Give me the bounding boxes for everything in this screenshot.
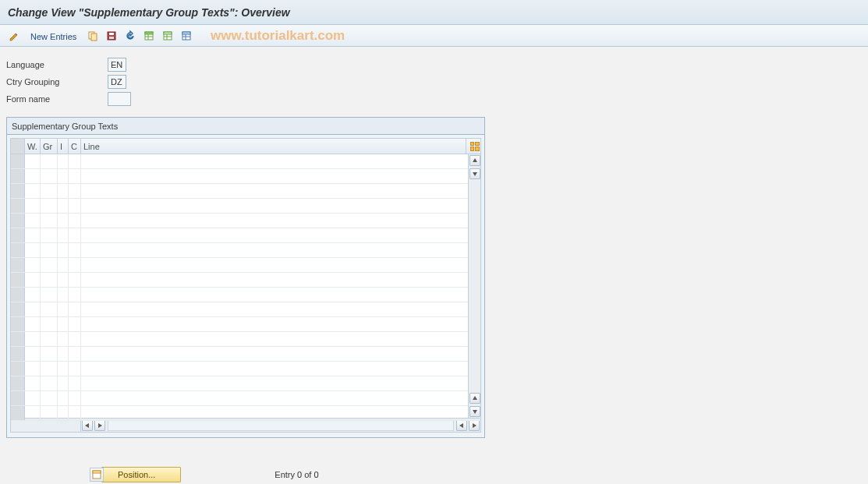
tool-copy-button[interactable] (85, 28, 101, 44)
cell-i[interactable] (58, 317, 69, 331)
cell-w[interactable] (25, 199, 41, 213)
position-button[interactable]: Position... (101, 467, 181, 482)
cell-c[interactable] (69, 391, 81, 405)
row-selector[interactable] (11, 214, 25, 228)
cell-i[interactable] (58, 169, 69, 183)
tool-deselect-button[interactable] (179, 28, 194, 44)
col-w[interactable]: W. (25, 139, 41, 154)
col-i[interactable]: I (58, 139, 69, 154)
col-c[interactable]: C (69, 139, 81, 154)
tool-save-button[interactable] (104, 28, 119, 44)
scroll-up-button[interactable] (469, 155, 480, 166)
row-selector[interactable] (11, 258, 25, 272)
cell-line[interactable] (81, 317, 480, 331)
cell-w[interactable] (25, 362, 41, 376)
language-field[interactable] (108, 58, 126, 72)
cell-gr[interactable] (41, 243, 58, 257)
cell-gr[interactable] (41, 391, 58, 405)
cell-w[interactable] (25, 273, 41, 287)
cell-gr[interactable] (41, 214, 58, 228)
hscroll-track[interactable] (108, 420, 454, 431)
cell-c[interactable] (69, 332, 81, 346)
cell-w[interactable] (25, 154, 41, 168)
form-name-field[interactable] (108, 92, 131, 106)
cell-c[interactable] (69, 184, 81, 198)
cell-w[interactable] (25, 288, 41, 302)
cell-line[interactable] (81, 406, 480, 420)
cell-gr[interactable] (41, 376, 58, 390)
row-selector[interactable] (11, 273, 25, 287)
cell-c[interactable] (69, 406, 81, 420)
cell-c[interactable] (69, 199, 81, 213)
cell-w[interactable] (25, 317, 41, 331)
cell-gr[interactable] (41, 154, 58, 168)
cell-c[interactable] (69, 169, 81, 183)
cell-c[interactable] (69, 288, 81, 302)
cell-i[interactable] (58, 184, 69, 198)
cell-gr[interactable] (41, 347, 58, 361)
cell-line[interactable] (81, 214, 480, 228)
cell-line[interactable] (81, 302, 480, 316)
cell-gr[interactable] (41, 273, 58, 287)
cell-line[interactable] (81, 228, 480, 242)
scroll-left-near-right-button[interactable] (456, 420, 467, 431)
cell-i[interactable] (58, 199, 69, 213)
cell-c[interactable] (69, 243, 81, 257)
scroll-down-near-top-button[interactable] (469, 168, 480, 179)
cell-w[interactable] (25, 332, 41, 346)
cell-c[interactable] (69, 228, 81, 242)
cell-gr[interactable] (41, 199, 58, 213)
cell-line[interactable] (81, 332, 480, 346)
cell-i[interactable] (58, 332, 69, 346)
cell-line[interactable] (81, 243, 480, 257)
cell-i[interactable] (58, 406, 69, 420)
cell-i[interactable] (58, 243, 69, 257)
scroll-up-near-bottom-button[interactable] (469, 393, 480, 404)
col-line[interactable]: Line (81, 139, 466, 154)
row-selector[interactable] (11, 169, 25, 183)
cell-gr[interactable] (41, 258, 58, 272)
cell-w[interactable] (25, 214, 41, 228)
cell-c[interactable] (69, 347, 81, 361)
cell-gr[interactable] (41, 317, 58, 331)
cell-w[interactable] (25, 376, 41, 390)
row-selector[interactable] (11, 347, 25, 361)
cell-line[interactable] (81, 347, 480, 361)
cell-w[interactable] (25, 302, 41, 316)
row-selector[interactable] (11, 154, 25, 168)
cell-gr[interactable] (41, 184, 58, 198)
cell-w[interactable] (25, 169, 41, 183)
cell-i[interactable] (58, 228, 69, 242)
cell-c[interactable] (69, 376, 81, 390)
new-entries-button[interactable]: New Entries (25, 28, 82, 44)
row-selector[interactable] (11, 391, 25, 405)
cell-gr[interactable] (41, 169, 58, 183)
cell-gr[interactable] (41, 332, 58, 346)
row-selector[interactable] (11, 406, 25, 420)
cell-i[interactable] (58, 302, 69, 316)
cell-i[interactable] (58, 154, 69, 168)
cell-i[interactable] (58, 273, 69, 287)
cell-c[interactable] (69, 317, 81, 331)
scroll-down-button[interactable] (469, 406, 480, 417)
cell-line[interactable] (81, 391, 480, 405)
scroll-right-near-left-button[interactable] (94, 420, 105, 431)
cell-w[interactable] (25, 184, 41, 198)
cell-w[interactable] (25, 347, 41, 361)
cell-c[interactable] (69, 154, 81, 168)
vertical-scrollbar[interactable] (468, 154, 480, 418)
cell-gr[interactable] (41, 288, 58, 302)
cell-i[interactable] (58, 214, 69, 228)
row-selector[interactable] (11, 376, 25, 390)
cell-i[interactable] (58, 347, 69, 361)
scroll-right-button[interactable] (469, 420, 480, 431)
cell-line[interactable] (81, 169, 480, 183)
cell-c[interactable] (69, 302, 81, 316)
ctry-grouping-field[interactable] (108, 75, 126, 89)
cell-i[interactable] (58, 376, 69, 390)
row-selector[interactable] (11, 184, 25, 198)
cell-line[interactable] (81, 199, 480, 213)
row-selector[interactable] (11, 243, 25, 257)
row-selector[interactable] (11, 317, 25, 331)
cell-c[interactable] (69, 214, 81, 228)
